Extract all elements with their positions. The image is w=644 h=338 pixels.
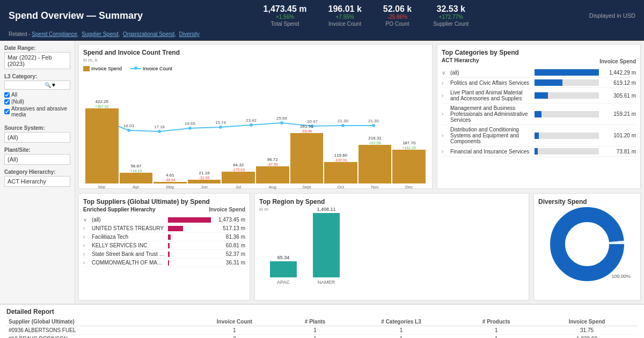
cat-expand-fin[interactable]: › [442,149,448,155]
legend-spend-box [83,66,90,71]
supplier-count-change: +172.77% [433,14,469,20]
cat-value-all: 1,442.29 m [601,70,636,76]
bar-mar [85,108,119,183]
diversity-pct: 100.00% [611,274,631,279]
header-title: Spend Overview — Summary [9,10,143,21]
cat-name-mgmt: Management and Business Professionals an… [450,105,532,123]
spend-trend-section: Spend and Invoice Count Trend in m, k In… [78,44,433,189]
cat-row-mgmt[interactable]: › Management and Business Professionals … [442,104,636,125]
row1-plants: 1 [284,335,346,339]
related-link-org[interactable]: Organizational Spend [123,31,174,37]
sup-row-all[interactable]: ∨ (all) 1,473.45 m [83,216,245,224]
filter-icon[interactable]: ▼ [51,82,56,88]
total-spend-label: Total Spend [264,21,307,27]
cat-bar-plant [535,92,599,99]
sup-row-facilitiaza[interactable]: › Facilitiaza Tech 81.36 m [83,233,245,241]
l3-search-box[interactable]: 🔍 ▼ [4,80,70,90]
region-subtitle: in m [259,207,524,212]
bar-group-nov: 216.31 +97.08 Nov [358,136,392,189]
cat-expand-plant[interactable]: › [442,93,448,99]
metric-po-count: 52.06 k -25.86% PO Count [383,4,412,27]
cat-name-all: (all) [450,70,532,76]
diversity-section: Diversity Spend 100.00% · [533,193,641,300]
col-categories: # Categories L3 [346,318,457,326]
top-categories-section: Top Categories by Spend ACT Hierarchy In… [437,44,641,189]
detail-report-section: Detailed Report Supplier (Global Ultimat… [0,304,644,338]
sup-expand-all[interactable]: ∨ [83,217,90,223]
sup-expand-treasury[interactable]: › [83,225,90,231]
plant-site-label: Plant/Site: [4,147,70,153]
cat-value-politics: 619.12 m [601,80,636,86]
sup-name-state-street: State Street Bank and Trust London [92,251,166,257]
invoice-count-value: 196.01 k [328,4,362,14]
cat-value-dist: 101.20 m [601,133,636,138]
header: Spend Overview — Summary 1,473.45 m +1.5… [0,0,644,30]
sup-name-facilitiaza: Facilitiaza Tech [92,234,166,240]
cat-row-politics[interactable]: › Politics and Civic Affairs Services 61… [442,78,636,88]
namer-value: 1,408.11 [317,207,335,212]
apac-label: APAC [277,280,290,285]
category-hierarchy-value[interactable]: ACT Hierarchy [4,176,70,187]
col-spend: Invoice Spend [536,318,638,326]
cat-expand-mgmt[interactable]: › [442,111,448,117]
sup-value-facilitiaza: 81.36 m [213,234,245,240]
date-range-value[interactable]: Mar (2022) - Feb (2023) [4,52,70,69]
cat-row-fin[interactable]: › Financial and Insurance Services 73.81… [442,146,636,157]
sup-expand-kelly[interactable]: › [83,243,90,248]
col-plants: # Plants [284,318,346,326]
sup-expand-facilitiaza[interactable]: › [83,234,90,240]
checkbox-abrasives[interactable]: Abrasives and abrasive media [4,106,70,117]
sup-row-treasury[interactable]: › UNITED STATES TREASURY 517.13 m [83,224,245,233]
region-namer: 1,408.11 NAMER [313,207,340,285]
bar-group-may: 4.61 -38.94 May [153,173,187,189]
bar-group-oct: 119.60 -100.91 Oct [324,153,357,189]
legend-count-line [130,68,141,69]
legend-spend-label: Invoice Spend [91,66,122,71]
cat-expand-all[interactable]: ∨ [442,70,448,76]
total-spend-value: 1,473.45 m [264,4,307,14]
bar-dec [392,150,426,183]
sup-row-state-street[interactable]: › State Street Bank and Trust London 52.… [83,250,245,259]
bar-jun [188,180,221,183]
cat-name-politics: Politics and Civic Affairs Services [450,80,532,86]
row0-plants: 1 [284,326,346,335]
cat-row-plant[interactable]: › Live Plant and Animal Material and Acc… [442,88,636,104]
invoice-count-change: +7.55% [328,14,362,20]
total-spend-change: +1.56% [264,14,307,20]
detail-table: Supplier (Global Ultimate) Invoice Count… [6,318,638,338]
cat-bar-politics [535,79,599,86]
cat-expand-politics[interactable]: › [442,80,448,86]
sup-bar-state-street [168,252,211,257]
l3-category-label: L3 Category: [4,74,70,79]
related-link-diversity[interactable]: Diversity [179,31,199,37]
cat-row-dist[interactable]: › Distribution and Conditioning Systems … [442,125,636,146]
source-system-value[interactable]: (All) [4,132,70,143]
row0-categories: 1 [346,326,457,335]
checkbox-null[interactable]: (Null) [4,99,70,105]
sup-name-commonwealth: COMMONWEALTH OF MASSACHUSETTS [92,260,166,266]
legend-count: Invoice Count [130,66,172,71]
bar-aug [256,166,289,183]
top-categories-title: Top Categories by Spend [442,49,636,56]
sup-expand-state-street[interactable]: › [83,251,90,257]
supplier-count-label: Supplier Count [433,21,469,27]
cat-row-all[interactable]: ∨ (all) 1,442.29 m [442,68,636,78]
plant-site-value[interactable]: (All) [4,154,70,165]
currency-label: Displayed in USD [589,12,635,19]
spend-trend-title: Spend and Invoice Count Trend [83,49,428,56]
checkbox-all[interactable]: All [4,92,70,98]
sup-row-kelly[interactable]: › KELLY SERVICES INC 60.81 m [83,241,245,250]
cat-expand-dist[interactable]: › [442,133,448,138]
cat-col-header: Invoice Spend [599,58,636,64]
sup-row-commonwealth[interactable]: › COMMONWEALTH OF MASSACHUSETTS 36.31 m [83,259,245,267]
cat-value-mgmt: 159.21 m [601,111,636,117]
related-link-compliance[interactable]: Spend Compliance [32,31,77,37]
donut-pct-label: 100.00% [611,274,631,279]
bar-group-aug: 96.72 -67.99 Aug [256,157,289,189]
related-link-supplier[interactable]: Supplier Spend [82,31,118,37]
l3-search-input[interactable] [7,82,45,88]
table-row: #12 BRAVO ROBINSON 3 1 1 1 1,039.90 [6,335,638,339]
cat-name-plant: Live Plant and Animal Material and Acces… [450,90,532,101]
sup-expand-commonwealth[interactable]: › [83,260,90,266]
source-system-label: Source System: [4,125,70,131]
